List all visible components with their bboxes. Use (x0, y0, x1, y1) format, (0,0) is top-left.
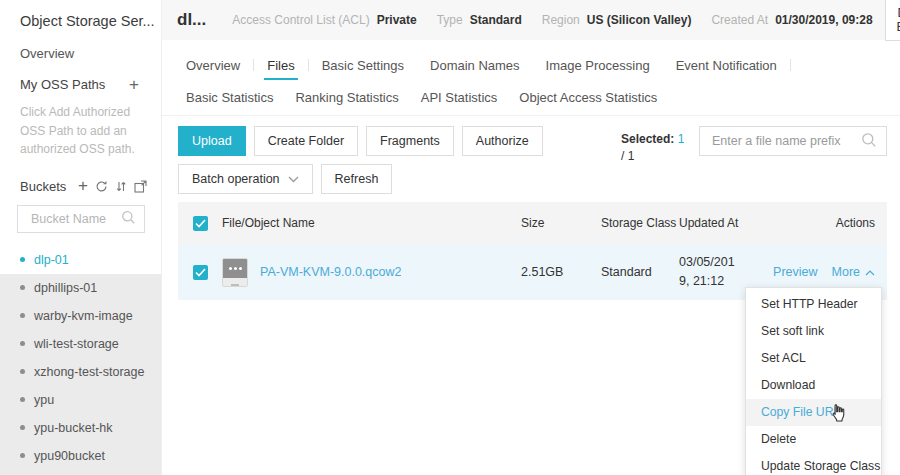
table-header-row: File/Object Name Size Storage Class Upda… (178, 202, 887, 244)
tab-basic-settings[interactable]: Basic Settings (309, 58, 417, 73)
bucket-dot-icon (20, 341, 25, 346)
authorize-button[interactable]: Authorize (462, 126, 543, 156)
column-header-size: Size (521, 216, 601, 230)
bucket-dot-icon (20, 453, 25, 458)
my-oss-paths-label: My OSS Paths (20, 77, 105, 92)
bucket-dot-icon (20, 313, 25, 318)
tab-files[interactable]: Files (254, 58, 307, 73)
bucket-search-icon[interactable] (121, 210, 136, 228)
subtab-api-statistics[interactable]: API Statistics (410, 90, 509, 105)
bucket-item-ypu-bucket-hk[interactable]: ypu-bucket-hk (0, 414, 161, 442)
file-size: 2.51GB (521, 265, 601, 279)
bucket-item-xzhong-test-storage[interactable]: xzhong-test-storage (0, 358, 161, 386)
subtab-object-access-statistics[interactable]: Object Access Statistics (508, 90, 668, 105)
column-header-updated-at: Updated At (679, 214, 771, 232)
chevron-down-icon (288, 172, 299, 186)
toolbar-buttons: Upload Create Folder Fragments Authorize… (178, 126, 621, 194)
bucket-dot-icon (20, 425, 25, 430)
preview-link[interactable]: Preview (773, 265, 817, 279)
buckets-label: Buckets (20, 179, 66, 194)
add-bucket-icon[interactable]: + (78, 179, 88, 193)
tab-bar: Overview Files Basic Settings Domain Nam… (186, 53, 900, 77)
bucket-item-ypu90bucket[interactable]: ypu90bucket (0, 442, 161, 470)
type-meta: Type Standard (437, 13, 522, 27)
select-all-checkbox[interactable] (193, 216, 208, 231)
bucket-list: dlp-01 dphillips-01 warby-kvm-image wli-… (0, 246, 161, 475)
menu-item-set-acl[interactable]: Set ACL (746, 345, 881, 372)
tabs-section: Overview Files Basic Settings Domain Nam… (162, 40, 900, 116)
add-oss-path-icon[interactable]: + (129, 78, 139, 92)
toolbar-right: Selected: 1 / 1 (621, 126, 887, 165)
more-actions-menu: Set HTTP Header Set soft link Set ACL Do… (745, 287, 882, 475)
refresh-buckets-icon[interactable] (95, 180, 108, 193)
row-checkbox[interactable] (193, 265, 208, 280)
delete-bucket-button[interactable]: Delete Bucket (885, 0, 900, 41)
fragments-button[interactable]: Fragments (366, 126, 454, 156)
menu-item-set-http-header[interactable]: Set HTTP Header (746, 291, 881, 318)
file-toolbar: Upload Create Folder Fragments Authorize… (162, 116, 900, 194)
menu-item-copy-file-url[interactable]: Copy File URL (746, 399, 881, 426)
file-name-link[interactable]: PA-VM-KVM-9.0.0.qcow2 (260, 265, 401, 279)
create-folder-button[interactable]: Create Folder (254, 126, 358, 156)
menu-item-delete[interactable]: Delete (746, 426, 881, 453)
bucket-dot-icon (20, 397, 25, 402)
app-title: Object Storage Ser... (0, 0, 161, 29)
expand-buckets-icon[interactable] (134, 180, 147, 193)
more-link[interactable]: More (832, 265, 875, 279)
bucket-dot-icon (20, 369, 25, 374)
created-meta: Created At 01/30/2019, 09:28 (711, 13, 872, 27)
sidebar-item-overview[interactable]: Overview (0, 46, 161, 61)
bucket-search-box (17, 205, 145, 233)
refresh-button[interactable]: Refresh (321, 164, 393, 194)
sort-buckets-icon[interactable] (115, 180, 127, 193)
region-meta: Region US (Silicon Valley) (542, 13, 692, 27)
acl-meta: Access Control List (ACL) Private (232, 13, 416, 27)
file-storage-class: Standard (601, 265, 679, 279)
bucket-item-warby-kvm-image[interactable]: warby-kvm-image (0, 302, 161, 330)
sidebar-section-my-oss-paths: My OSS Paths + (0, 77, 161, 92)
menu-item-set-soft-link[interactable]: Set soft link (746, 318, 881, 345)
file-type-icon (222, 258, 248, 287)
tab-separator (790, 59, 791, 71)
tab-overview[interactable]: Overview (186, 58, 253, 73)
menu-item-download[interactable]: Download (746, 372, 881, 399)
bucket-dot-icon (20, 285, 25, 290)
file-table: File/Object Name Size Storage Class Upda… (178, 202, 887, 300)
file-search-icon[interactable] (861, 132, 877, 151)
upload-button[interactable]: Upload (178, 126, 246, 156)
file-search-box (699, 126, 887, 156)
subtab-bar: Basic Statistics Ranking Statistics API … (186, 79, 900, 115)
bucket-item-dphillips-01[interactable]: dphillips-01 (0, 274, 161, 302)
file-updated-at: 03/05/2019, 21:12 (679, 253, 771, 291)
column-header-storage-class: Storage Class (601, 216, 679, 230)
batch-operation-button[interactable]: Batch operation (178, 164, 313, 194)
file-search-input[interactable] (712, 134, 861, 148)
bucket-item-dlp-01[interactable]: dlp-01 (0, 246, 161, 274)
tab-event-notification[interactable]: Event Notification (663, 58, 790, 73)
bucket-item-wli-test-storage[interactable]: wli-test-storage (0, 330, 161, 358)
bucket-header: dl... Access Control List (ACL) Private … (162, 0, 900, 40)
selected-count: Selected: 1 / 1 (621, 126, 687, 165)
oss-path-help-text: Click Add Authorized OSS Path to add an … (0, 103, 161, 159)
sidebar: Object Storage Ser... Overview My OSS Pa… (0, 0, 162, 475)
tab-image-processing[interactable]: Image Processing (533, 58, 663, 73)
bucket-title: dl... (177, 10, 206, 30)
subtab-basic-statistics[interactable]: Basic Statistics (186, 90, 284, 105)
bucket-dot-icon (20, 257, 25, 262)
column-header-name: File/Object Name (222, 216, 521, 230)
tab-domain-names[interactable]: Domain Names (417, 58, 533, 73)
bucket-item-ypu[interactable]: ypu (0, 386, 161, 414)
sidebar-section-buckets: Buckets + (0, 179, 161, 194)
subtab-ranking-statistics[interactable]: Ranking Statistics (284, 90, 409, 105)
menu-item-update-storage-class[interactable]: Update Storage Class (746, 453, 881, 475)
column-header-actions: Actions (771, 216, 887, 230)
chevron-up-icon (865, 265, 875, 279)
bucket-search-input[interactable] (31, 212, 121, 226)
